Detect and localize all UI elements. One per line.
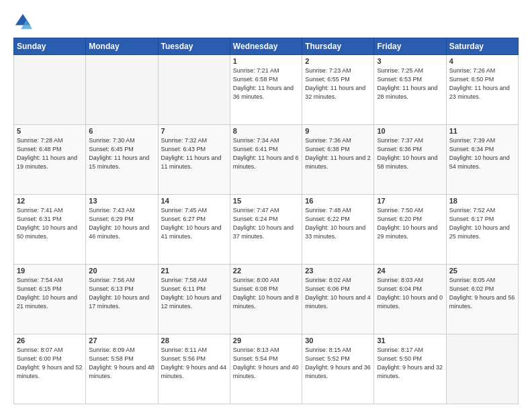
day-info: Sunrise: 8:00 AMSunset: 6:08 PMDaylight:… — [233, 276, 299, 311]
day-info: Sunrise: 7:25 AMSunset: 6:53 PMDaylight:… — [377, 66, 443, 101]
page: SundayMondayTuesdayWednesdayThursdayFrid… — [0, 0, 532, 411]
day-number: 21 — [161, 267, 227, 275]
calendar-cell: 5Sunrise: 7:28 AMSunset: 6:48 PMDaylight… — [14, 125, 86, 195]
calendar-cell: 8Sunrise: 7:34 AMSunset: 6:41 PMDaylight… — [230, 125, 302, 195]
day-number: 29 — [233, 336, 299, 345]
day-info: Sunrise: 8:17 AMSunset: 5:50 PMDaylight:… — [377, 346, 443, 381]
day-info: Sunrise: 7:34 AMSunset: 6:41 PMDaylight:… — [233, 136, 299, 171]
day-info: Sunrise: 7:28 AMSunset: 6:48 PMDaylight:… — [17, 136, 83, 171]
calendar-cell: 13Sunrise: 7:43 AMSunset: 6:29 PMDayligh… — [86, 195, 158, 265]
day-number: 19 — [17, 267, 83, 275]
day-info: Sunrise: 7:56 AMSunset: 6:13 PMDaylight:… — [89, 276, 154, 311]
day-info: Sunrise: 7:52 AMSunset: 6:17 PMDaylight:… — [449, 206, 515, 241]
calendar-header-friday: Friday — [374, 38, 446, 55]
day-info: Sunrise: 7:26 AMSunset: 6:50 PMDaylight:… — [449, 66, 515, 101]
day-number: 15 — [233, 197, 299, 205]
calendar-cell: 11Sunrise: 7:39 AMSunset: 6:34 PMDayligh… — [446, 125, 518, 195]
day-number: 27 — [89, 336, 154, 345]
day-number: 7 — [161, 127, 227, 135]
calendar-cell: 2Sunrise: 7:23 AMSunset: 6:55 PMDaylight… — [302, 55, 374, 125]
day-number: 3 — [377, 57, 443, 65]
day-info: Sunrise: 7:41 AMSunset: 6:31 PMDaylight:… — [17, 206, 83, 241]
calendar-cell: 29Sunrise: 8:13 AMSunset: 5:54 PMDayligh… — [230, 334, 302, 404]
day-number: 1 — [233, 57, 299, 65]
calendar-cell: 9Sunrise: 7:36 AMSunset: 6:38 PMDaylight… — [302, 125, 374, 195]
calendar-cell: 17Sunrise: 7:50 AMSunset: 6:20 PMDayligh… — [374, 195, 446, 265]
day-number: 9 — [305, 127, 371, 135]
calendar-cell: 31Sunrise: 8:17 AMSunset: 5:50 PMDayligh… — [374, 334, 446, 404]
calendar-cell: 26Sunrise: 8:07 AMSunset: 6:00 PMDayligh… — [14, 334, 86, 404]
day-info: Sunrise: 7:58 AMSunset: 6:11 PMDaylight:… — [161, 276, 227, 311]
day-number: 17 — [377, 197, 443, 205]
day-number: 11 — [449, 127, 515, 135]
day-info: Sunrise: 8:15 AMSunset: 5:52 PMDaylight:… — [305, 346, 371, 381]
logo — [13, 12, 35, 31]
calendar-header-saturday: Saturday — [446, 38, 518, 55]
day-info: Sunrise: 7:45 AMSunset: 6:27 PMDaylight:… — [161, 206, 227, 241]
day-info: Sunrise: 8:09 AMSunset: 5:58 PMDaylight:… — [89, 346, 154, 381]
calendar-week-row: 12Sunrise: 7:41 AMSunset: 6:31 PMDayligh… — [14, 195, 519, 265]
calendar-cell: 18Sunrise: 7:52 AMSunset: 6:17 PMDayligh… — [446, 195, 518, 265]
calendar-cell: 30Sunrise: 8:15 AMSunset: 5:52 PMDayligh… — [302, 334, 374, 404]
day-number: 20 — [89, 267, 154, 275]
day-info: Sunrise: 7:32 AMSunset: 6:43 PMDaylight:… — [161, 136, 227, 171]
calendar-cell: 6Sunrise: 7:30 AMSunset: 6:45 PMDaylight… — [86, 125, 158, 195]
day-number: 31 — [377, 336, 443, 345]
calendar-header-thursday: Thursday — [302, 38, 374, 55]
calendar-cell: 25Sunrise: 8:05 AMSunset: 6:02 PMDayligh… — [446, 265, 518, 334]
day-number: 22 — [233, 267, 299, 275]
day-info: Sunrise: 7:23 AMSunset: 6:55 PMDaylight:… — [305, 66, 371, 101]
day-number: 30 — [305, 336, 371, 345]
day-number: 13 — [89, 197, 154, 205]
calendar-cell — [158, 55, 230, 125]
calendar-header-row: SundayMondayTuesdayWednesdayThursdayFrid… — [14, 38, 519, 55]
day-info: Sunrise: 7:48 AMSunset: 6:22 PMDaylight:… — [305, 206, 371, 241]
calendar-cell — [14, 55, 86, 125]
calendar-cell: 22Sunrise: 8:00 AMSunset: 6:08 PMDayligh… — [230, 265, 302, 334]
day-info: Sunrise: 7:39 AMSunset: 6:34 PMDaylight:… — [449, 136, 515, 171]
calendar-header-sunday: Sunday — [14, 38, 86, 55]
day-number: 14 — [161, 197, 227, 205]
day-number: 10 — [377, 127, 443, 135]
day-number: 4 — [449, 57, 515, 65]
calendar-cell: 15Sunrise: 7:47 AMSunset: 6:24 PMDayligh… — [230, 195, 302, 265]
logo-icon — [13, 12, 32, 31]
day-number: 25 — [449, 267, 515, 275]
calendar-week-row: 26Sunrise: 8:07 AMSunset: 6:00 PMDayligh… — [14, 334, 519, 404]
calendar-cell: 12Sunrise: 7:41 AMSunset: 6:31 PMDayligh… — [14, 195, 86, 265]
calendar-header-wednesday: Wednesday — [230, 38, 302, 55]
day-number: 2 — [305, 57, 371, 65]
calendar-header-monday: Monday — [86, 38, 158, 55]
calendar-cell: 28Sunrise: 8:11 AMSunset: 5:56 PMDayligh… — [158, 334, 230, 404]
day-info: Sunrise: 7:37 AMSunset: 6:36 PMDaylight:… — [377, 136, 443, 171]
calendar-cell: 24Sunrise: 8:03 AMSunset: 6:04 PMDayligh… — [374, 265, 446, 334]
day-info: Sunrise: 8:02 AMSunset: 6:06 PMDaylight:… — [305, 276, 371, 311]
calendar-cell: 20Sunrise: 7:56 AMSunset: 6:13 PMDayligh… — [86, 265, 158, 334]
day-info: Sunrise: 8:11 AMSunset: 5:56 PMDaylight:… — [161, 346, 227, 381]
calendar-cell: 7Sunrise: 7:32 AMSunset: 6:43 PMDaylight… — [158, 125, 230, 195]
day-info: Sunrise: 7:36 AMSunset: 6:38 PMDaylight:… — [305, 136, 371, 171]
calendar: SundayMondayTuesdayWednesdayThursdayFrid… — [13, 38, 519, 404]
calendar-week-row: 19Sunrise: 7:54 AMSunset: 6:15 PMDayligh… — [14, 265, 519, 334]
day-info: Sunrise: 8:07 AMSunset: 6:00 PMDaylight:… — [17, 346, 83, 381]
day-number: 12 — [17, 197, 83, 205]
header — [13, 12, 519, 31]
day-number: 23 — [305, 267, 371, 275]
day-number: 24 — [377, 267, 443, 275]
calendar-cell: 14Sunrise: 7:45 AMSunset: 6:27 PMDayligh… — [158, 195, 230, 265]
day-info: Sunrise: 8:05 AMSunset: 6:02 PMDaylight:… — [449, 276, 515, 311]
calendar-cell: 4Sunrise: 7:26 AMSunset: 6:50 PMDaylight… — [446, 55, 518, 125]
day-number: 6 — [89, 127, 154, 135]
day-info: Sunrise: 7:50 AMSunset: 6:20 PMDaylight:… — [377, 206, 443, 241]
day-info: Sunrise: 7:47 AMSunset: 6:24 PMDaylight:… — [233, 206, 299, 241]
calendar-cell: 16Sunrise: 7:48 AMSunset: 6:22 PMDayligh… — [302, 195, 374, 265]
calendar-cell: 27Sunrise: 8:09 AMSunset: 5:58 PMDayligh… — [86, 334, 158, 404]
day-info: Sunrise: 7:54 AMSunset: 6:15 PMDaylight:… — [17, 276, 83, 311]
calendar-cell: 3Sunrise: 7:25 AMSunset: 6:53 PMDaylight… — [374, 55, 446, 125]
day-info: Sunrise: 8:13 AMSunset: 5:54 PMDaylight:… — [233, 346, 299, 381]
day-info: Sunrise: 7:30 AMSunset: 6:45 PMDaylight:… — [89, 136, 154, 171]
day-number: 8 — [233, 127, 299, 135]
calendar-cell: 23Sunrise: 8:02 AMSunset: 6:06 PMDayligh… — [302, 265, 374, 334]
day-number: 26 — [17, 336, 83, 345]
calendar-cell: 10Sunrise: 7:37 AMSunset: 6:36 PMDayligh… — [374, 125, 446, 195]
